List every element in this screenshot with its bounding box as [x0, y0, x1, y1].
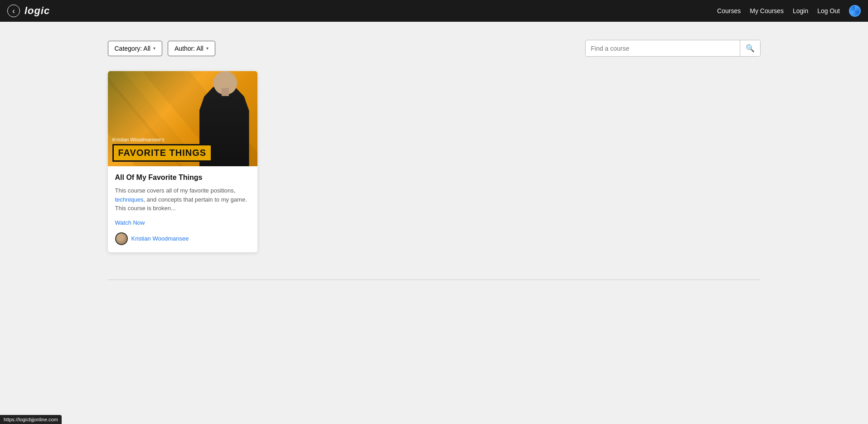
card-thumbnail: Kristian Woodmansee's FAVORITE THINGS [108, 71, 257, 166]
nav-courses[interactable]: Courses [717, 7, 741, 14]
category-arrow-icon: ▾ [153, 46, 155, 51]
search-bar: 🔍 [585, 40, 761, 57]
status-bar: https://logicbjjonline.com [0, 415, 62, 424]
card-body: All Of My Favorite Things This course co… [108, 166, 257, 252]
card-title: All Of My Favorite Things [115, 173, 250, 182]
footer-divider [108, 279, 761, 280]
author-filter[interactable]: Author: All ▾ [168, 41, 215, 56]
category-filter-label: Category: All [115, 45, 150, 52]
author-name[interactable]: Kristian Woodmansee [131, 235, 189, 242]
course-card[interactable]: Kristian Woodmansee's FAVORITE THINGS Al… [108, 71, 257, 252]
author-avatar-image [116, 233, 127, 244]
main-content: Category: All ▾ Author: All ▾ 🔍 [72, 22, 797, 298]
author-avatar [115, 232, 128, 245]
search-icon: 🔍 [746, 44, 755, 52]
search-button[interactable]: 🔍 [740, 40, 760, 56]
status-url: https://logicbjjonline.com [4, 417, 58, 422]
back-button[interactable]: ‹ [7, 5, 20, 17]
nav-right: Courses My Courses Login Log Out [717, 5, 861, 17]
card-description: This course covers all of my favorite po… [115, 186, 250, 213]
filter-bar: Category: All ▾ Author: All ▾ 🔍 [108, 40, 761, 57]
language-globe-icon[interactable] [849, 5, 861, 17]
card-description-link[interactable]: techniques [115, 196, 144, 203]
category-filter[interactable]: Category: All ▾ [108, 41, 162, 56]
card-description-plain: This course covers all of my favorite po… [115, 187, 236, 194]
card-label-area: Kristian Woodmansee's FAVORITE THINGS [108, 133, 257, 166]
courses-grid: Kristian Woodmansee's FAVORITE THINGS Al… [108, 71, 761, 252]
search-input[interactable] [586, 41, 740, 56]
author-arrow-icon: ▾ [206, 46, 209, 51]
site-logo: logic [24, 5, 50, 17]
card-banner-text: FAVORITE THINGS [112, 144, 213, 162]
nav-login[interactable]: Login [793, 7, 808, 14]
card-handwriting-label: Kristian Woodmansee's [112, 137, 253, 142]
nav-my-courses[interactable]: My Courses [750, 7, 784, 14]
watch-now-button[interactable]: Watch Now [115, 219, 145, 226]
filter-left: Category: All ▾ Author: All ▾ [108, 41, 215, 56]
nav-logout[interactable]: Log Out [817, 7, 840, 14]
navbar: ‹ logic Courses My Courses Login Log Out [0, 0, 868, 22]
nav-left: ‹ logic [7, 5, 50, 17]
author-filter-label: Author: All [175, 45, 204, 52]
card-author: Kristian Woodmansee [115, 232, 250, 245]
